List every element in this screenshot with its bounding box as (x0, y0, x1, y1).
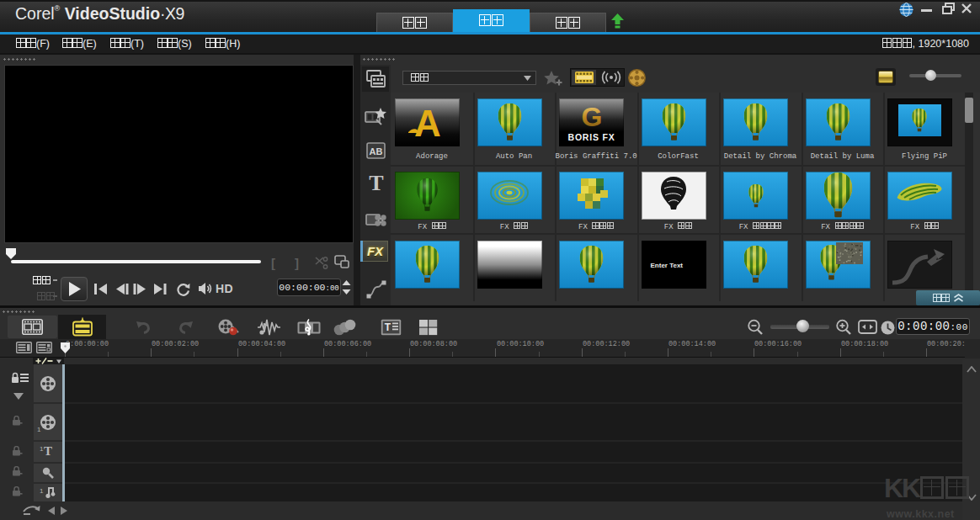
svg-text:T: T (385, 321, 391, 333)
svg-text:AB: AB (370, 146, 383, 157)
svg-text:G: G (582, 102, 603, 132)
svg-text:BORIS FX: BORIS FX (568, 132, 615, 142)
svg-text:A: A (414, 103, 441, 144)
